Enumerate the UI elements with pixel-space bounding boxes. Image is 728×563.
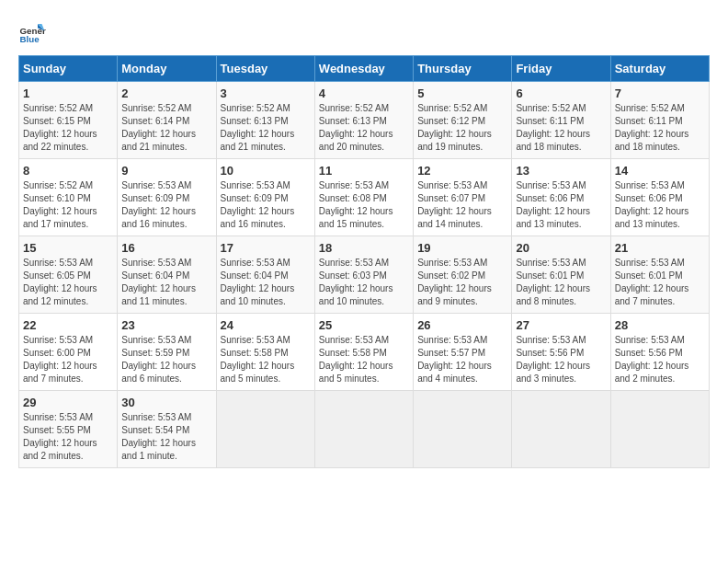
day-number: 5 <box>417 86 507 100</box>
calendar-week-row: 8Sunrise: 5:52 AMSunset: 6:10 PMDaylight… <box>19 159 710 236</box>
day-number: 11 <box>319 164 409 178</box>
day-info: Sunrise: 5:53 AMSunset: 6:00 PMDaylight:… <box>23 334 113 385</box>
day-number: 14 <box>615 164 705 178</box>
day-info: Sunrise: 5:53 AMSunset: 6:04 PMDaylight:… <box>221 257 311 308</box>
day-number: 10 <box>221 164 311 178</box>
day-number: 1 <box>23 86 113 100</box>
logo: General Blue <box>18 18 46 46</box>
day-info: Sunrise: 5:53 AMSunset: 6:09 PMDaylight:… <box>121 179 211 231</box>
calendar-header-row: SundayMondayTuesdayWednesdayThursdayFrid… <box>19 56 710 82</box>
calendar-cell: 3Sunrise: 5:52 AMSunset: 6:13 PMDaylight… <box>216 82 314 159</box>
calendar-cell: 28Sunrise: 5:53 AMSunset: 5:56 PMDayligh… <box>610 314 709 391</box>
day-info: Sunrise: 5:53 AMSunset: 6:08 PMDaylight:… <box>319 179 409 231</box>
header-tuesday: Tuesday <box>216 56 314 82</box>
day-number: 26 <box>417 318 507 332</box>
day-number: 13 <box>516 164 606 178</box>
day-number: 22 <box>23 318 113 332</box>
calendar-cell: 4Sunrise: 5:52 AMSunset: 6:13 PMDaylight… <box>314 82 413 159</box>
calendar-cell: 9Sunrise: 5:53 AMSunset: 6:09 PMDaylight… <box>118 159 216 236</box>
day-info: Sunrise: 5:53 AMSunset: 6:09 PMDaylight:… <box>221 179 311 231</box>
calendar-table: SundayMondayTuesdayWednesdayThursdayFrid… <box>18 55 710 468</box>
day-number: 24 <box>221 318 311 332</box>
calendar-cell <box>414 391 512 468</box>
day-number: 6 <box>516 86 606 100</box>
calendar-cell: 18Sunrise: 5:53 AMSunset: 6:03 PMDayligh… <box>314 236 413 314</box>
calendar-cell: 5Sunrise: 5:52 AMSunset: 6:12 PMDaylight… <box>414 82 512 159</box>
day-number: 3 <box>221 86 311 100</box>
calendar-cell: 1Sunrise: 5:52 AMSunset: 6:15 PMDaylight… <box>19 82 118 159</box>
day-number: 9 <box>121 164 211 178</box>
day-info: Sunrise: 5:52 AMSunset: 6:13 PMDaylight:… <box>319 102 409 154</box>
calendar-week-row: 1Sunrise: 5:52 AMSunset: 6:15 PMDaylight… <box>19 82 710 159</box>
day-number: 8 <box>23 164 113 178</box>
day-info: Sunrise: 5:53 AMSunset: 6:03 PMDaylight:… <box>319 257 409 308</box>
calendar-cell: 13Sunrise: 5:53 AMSunset: 6:06 PMDayligh… <box>512 159 610 236</box>
calendar-cell: 8Sunrise: 5:52 AMSunset: 6:10 PMDaylight… <box>19 159 118 236</box>
calendar-week-row: 15Sunrise: 5:53 AMSunset: 6:05 PMDayligh… <box>19 236 710 314</box>
day-info: Sunrise: 5:53 AMSunset: 5:55 PMDaylight:… <box>23 411 113 463</box>
calendar-cell: 21Sunrise: 5:53 AMSunset: 6:01 PMDayligh… <box>610 236 709 314</box>
day-info: Sunrise: 5:52 AMSunset: 6:10 PMDaylight:… <box>23 179 113 231</box>
header-friday: Friday <box>512 56 610 82</box>
day-number: 28 <box>615 318 705 332</box>
day-number: 19 <box>417 241 507 255</box>
calendar-cell: 30Sunrise: 5:53 AMSunset: 5:54 PMDayligh… <box>118 391 216 468</box>
day-info: Sunrise: 5:53 AMSunset: 5:58 PMDaylight:… <box>319 334 409 385</box>
day-number: 30 <box>121 396 211 409</box>
calendar-cell: 10Sunrise: 5:53 AMSunset: 6:09 PMDayligh… <box>216 159 314 236</box>
day-number: 25 <box>319 318 409 332</box>
calendar-cell: 17Sunrise: 5:53 AMSunset: 6:04 PMDayligh… <box>216 236 314 314</box>
day-info: Sunrise: 5:53 AMSunset: 6:05 PMDaylight:… <box>23 257 113 308</box>
day-number: 2 <box>121 86 211 100</box>
svg-text:Blue: Blue <box>20 34 40 44</box>
day-number: 7 <box>615 86 705 100</box>
day-number: 21 <box>615 241 705 255</box>
calendar-cell: 29Sunrise: 5:53 AMSunset: 5:55 PMDayligh… <box>19 391 118 468</box>
header-monday: Monday <box>118 56 216 82</box>
day-info: Sunrise: 5:53 AMSunset: 6:01 PMDaylight:… <box>615 257 705 308</box>
calendar-cell: 2Sunrise: 5:52 AMSunset: 6:14 PMDaylight… <box>118 82 216 159</box>
day-info: Sunrise: 5:52 AMSunset: 6:14 PMDaylight:… <box>121 102 211 154</box>
calendar-cell: 7Sunrise: 5:52 AMSunset: 6:11 PMDaylight… <box>610 82 709 159</box>
day-info: Sunrise: 5:53 AMSunset: 5:56 PMDaylight:… <box>516 334 606 385</box>
calendar-cell <box>314 391 413 468</box>
calendar-cell: 14Sunrise: 5:53 AMSunset: 6:06 PMDayligh… <box>610 159 709 236</box>
day-info: Sunrise: 5:53 AMSunset: 5:56 PMDaylight:… <box>615 334 705 385</box>
calendar-cell: 24Sunrise: 5:53 AMSunset: 5:58 PMDayligh… <box>216 314 314 391</box>
day-info: Sunrise: 5:53 AMSunset: 5:59 PMDaylight:… <box>121 334 211 385</box>
calendar-cell: 22Sunrise: 5:53 AMSunset: 6:00 PMDayligh… <box>19 314 118 391</box>
header-thursday: Thursday <box>414 56 512 82</box>
day-number: 12 <box>417 164 507 178</box>
day-info: Sunrise: 5:53 AMSunset: 6:06 PMDaylight:… <box>615 179 705 231</box>
day-number: 16 <box>121 241 211 255</box>
day-number: 27 <box>516 318 606 332</box>
calendar-cell: 23Sunrise: 5:53 AMSunset: 5:59 PMDayligh… <box>118 314 216 391</box>
calendar-cell: 25Sunrise: 5:53 AMSunset: 5:58 PMDayligh… <box>314 314 413 391</box>
calendar-cell: 20Sunrise: 5:53 AMSunset: 6:01 PMDayligh… <box>512 236 610 314</box>
day-number: 20 <box>516 241 606 255</box>
day-info: Sunrise: 5:53 AMSunset: 6:01 PMDaylight:… <box>516 257 606 308</box>
calendar-cell <box>512 391 610 468</box>
day-info: Sunrise: 5:52 AMSunset: 6:15 PMDaylight:… <box>23 102 113 154</box>
calendar-cell <box>610 391 709 468</box>
logo-icon: General Blue <box>18 18 46 46</box>
header-saturday: Saturday <box>610 56 709 82</box>
header-wednesday: Wednesday <box>314 56 413 82</box>
day-number: 18 <box>319 241 409 255</box>
day-info: Sunrise: 5:53 AMSunset: 5:54 PMDaylight:… <box>121 411 211 463</box>
header-sunday: Sunday <box>19 56 118 82</box>
day-info: Sunrise: 5:53 AMSunset: 6:07 PMDaylight:… <box>417 179 507 231</box>
page-header: General Blue <box>18 18 710 46</box>
calendar-week-row: 29Sunrise: 5:53 AMSunset: 5:55 PMDayligh… <box>19 391 710 468</box>
day-info: Sunrise: 5:52 AMSunset: 6:11 PMDaylight:… <box>516 102 606 154</box>
day-info: Sunrise: 5:52 AMSunset: 6:11 PMDaylight:… <box>615 102 705 154</box>
day-number: 17 <box>221 241 311 255</box>
calendar-cell <box>216 391 314 468</box>
calendar-cell: 26Sunrise: 5:53 AMSunset: 5:57 PMDayligh… <box>414 314 512 391</box>
calendar-cell: 12Sunrise: 5:53 AMSunset: 6:07 PMDayligh… <box>414 159 512 236</box>
day-info: Sunrise: 5:53 AMSunset: 5:57 PMDaylight:… <box>417 334 507 385</box>
day-info: Sunrise: 5:53 AMSunset: 6:02 PMDaylight:… <box>417 257 507 308</box>
day-number: 4 <box>319 86 409 100</box>
day-info: Sunrise: 5:53 AMSunset: 5:58 PMDaylight:… <box>221 334 311 385</box>
calendar-cell: 11Sunrise: 5:53 AMSunset: 6:08 PMDayligh… <box>314 159 413 236</box>
